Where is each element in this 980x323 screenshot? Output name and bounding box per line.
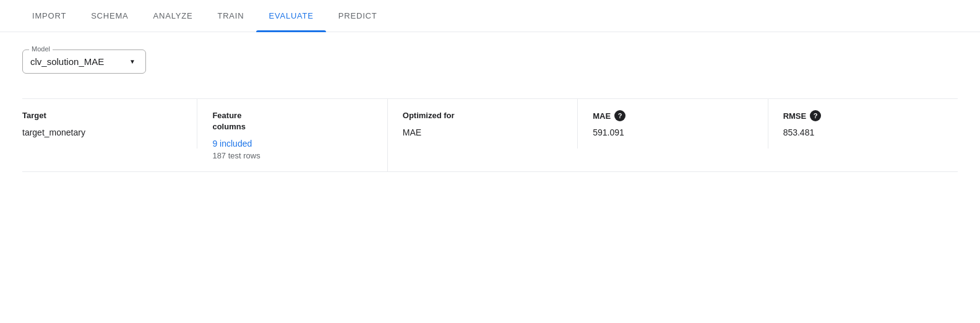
optimized-for-header: Optimized for (403, 110, 562, 121)
model-select-label: Model (29, 45, 53, 53)
model-select-value: clv_solution_MAE (30, 56, 104, 67)
mae-value: 591.091 (593, 127, 752, 137)
rmse-value: 853.481 (783, 127, 943, 137)
nav-analyze[interactable]: ANALYZE (141, 0, 205, 32)
nav-schema[interactable]: SCHEMA (79, 0, 140, 32)
rmse-header: RMSE ? (783, 110, 943, 121)
target-header: Target (22, 110, 182, 121)
nav-train[interactable]: TRAIN (205, 0, 256, 32)
feature-columns-link[interactable]: 9 included (212, 139, 372, 149)
chevron-down-icon: ▼ (129, 58, 135, 65)
feature-columns-cell: Featurecolumns 9 included 187 test rows (197, 99, 387, 171)
stats-section: Target target_monetary Featurecolumns 9 … (22, 98, 958, 172)
optimized-for-cell: Optimized for MAE (388, 99, 578, 149)
rmse-help-icon[interactable]: ? (810, 110, 821, 121)
target-value: target_monetary (22, 127, 182, 137)
rmse-cell: RMSE ? 853.481 (768, 99, 958, 149)
stats-row: Target target_monetary Featurecolumns 9 … (22, 98, 958, 172)
mae-header: MAE ? (593, 110, 752, 121)
top-nav: IMPORT SCHEMA ANALYZE TRAIN EVALUATE PRE… (0, 0, 980, 32)
optimized-for-value: MAE (403, 127, 562, 137)
nav-import[interactable]: IMPORT (20, 0, 79, 32)
target-cell: Target target_monetary (22, 99, 197, 149)
feature-columns-header: Featurecolumns (212, 110, 372, 132)
test-rows-label: 187 test rows (212, 151, 372, 160)
content-area: Model clv_solution_MAE ▼ Target target_m… (0, 32, 980, 189)
model-select[interactable]: Model clv_solution_MAE ▼ (22, 50, 146, 74)
mae-help-icon[interactable]: ? (614, 110, 625, 121)
mae-cell: MAE ? 591.091 (578, 99, 768, 149)
nav-predict[interactable]: PREDICT (326, 0, 390, 32)
nav-evaluate[interactable]: EVALUATE (256, 0, 325, 32)
